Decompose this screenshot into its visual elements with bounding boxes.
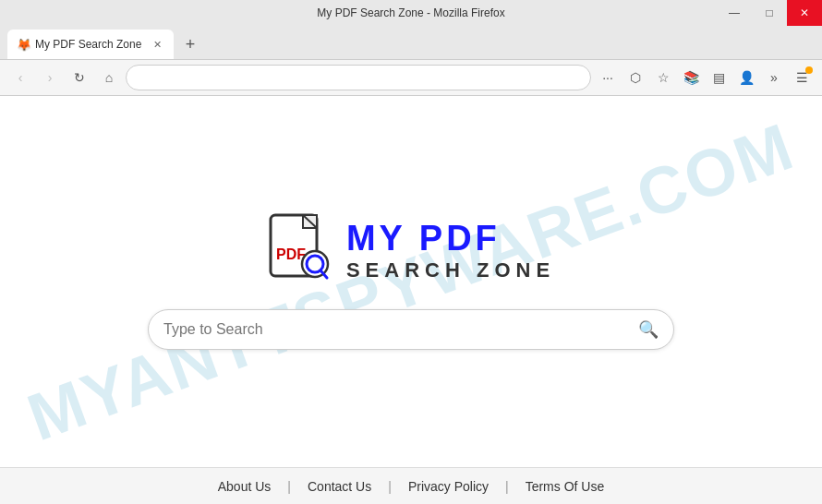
search-input[interactable]: [163, 321, 638, 338]
pdf-icon: PDF: [267, 213, 332, 287]
logo-area: PDF MY PDF SEARCH ZONE: [267, 213, 555, 287]
minimize-button[interactable]: —: [717, 0, 752, 26]
sync-button[interactable]: 👤: [733, 65, 759, 90]
tab-favicon-icon: 🦊: [17, 38, 30, 51]
close-button[interactable]: ✕: [787, 0, 822, 26]
reading-mode-icon: ▤: [713, 70, 725, 85]
forward-button[interactable]: ›: [37, 65, 63, 90]
search-icon[interactable]: 🔍: [638, 319, 659, 340]
footer-contact-us[interactable]: Contact Us: [291, 479, 388, 494]
tab-close-button[interactable]: ✕: [150, 37, 164, 52]
logo-my-pdf: MY PDF: [346, 219, 555, 258]
footer-about-us[interactable]: About Us: [201, 479, 288, 494]
history-icon: 📚: [683, 70, 699, 85]
refresh-button[interactable]: ↻: [66, 65, 92, 90]
extensions-button[interactable]: »: [761, 65, 787, 90]
history-button[interactable]: 📚: [678, 65, 704, 90]
pocket-button[interactable]: ⬡: [623, 65, 648, 90]
nav-actions: ··· ⬡ ☆ 📚 ▤ 👤 » ☰: [595, 65, 815, 90]
page-content: MYANTTSPYWARE.COM PDF MY PDF SEARCH ZONE: [0, 96, 822, 467]
home-icon: ⌂: [105, 70, 113, 85]
back-button[interactable]: ‹: [7, 65, 33, 90]
menu-button[interactable]: ☰: [789, 65, 815, 90]
nav-bar: ‹ › ↻ ⌂ ··· ⬡ ☆ 📚 ▤: [0, 59, 822, 96]
pocket-icon: ⬡: [630, 70, 641, 85]
search-area: 🔍: [148, 309, 674, 350]
more-tools-icon: ···: [602, 70, 613, 85]
sync-icon: 👤: [739, 70, 755, 85]
address-input[interactable]: [136, 71, 581, 85]
tab-bar: 🦊 My PDF Search Zone ✕ +: [0, 26, 822, 59]
address-bar[interactable]: [126, 65, 591, 90]
window-title: My PDF Search Zone - Mozilla Firefox: [317, 6, 504, 19]
refresh-icon: ↻: [74, 70, 85, 85]
svg-text:PDF: PDF: [276, 246, 306, 262]
more-tools-button[interactable]: ···: [595, 65, 621, 90]
search-box: 🔍: [148, 309, 674, 350]
logo-text: MY PDF SEARCH ZONE: [346, 219, 555, 282]
notification-badge: [805, 66, 813, 74]
back-icon: ‹: [18, 70, 23, 85]
extensions-icon: »: [770, 70, 778, 85]
title-bar: My PDF Search Zone - Mozilla Firefox — □…: [0, 0, 822, 26]
bookmark-button[interactable]: ☆: [650, 65, 676, 90]
footer-terms-of-use[interactable]: Terms Of Use: [509, 479, 622, 494]
logo-search-zone: SEARCH ZONE: [346, 258, 555, 282]
window-controls: — □ ✕: [717, 0, 822, 26]
forward-icon: ›: [48, 70, 53, 85]
new-tab-button[interactable]: +: [177, 31, 203, 57]
reading-mode-button[interactable]: ▤: [706, 65, 731, 90]
tab-title: My PDF Search Zone: [35, 38, 144, 51]
maximize-button[interactable]: □: [752, 0, 787, 26]
active-tab[interactable]: 🦊 My PDF Search Zone ✕: [7, 30, 174, 59]
bookmark-icon: ☆: [658, 70, 670, 85]
footer-privacy-policy[interactable]: Privacy Policy: [392, 479, 505, 494]
home-button[interactable]: ⌂: [96, 65, 122, 90]
footer: About Us | Contact Us | Privacy Policy |…: [0, 467, 822, 504]
